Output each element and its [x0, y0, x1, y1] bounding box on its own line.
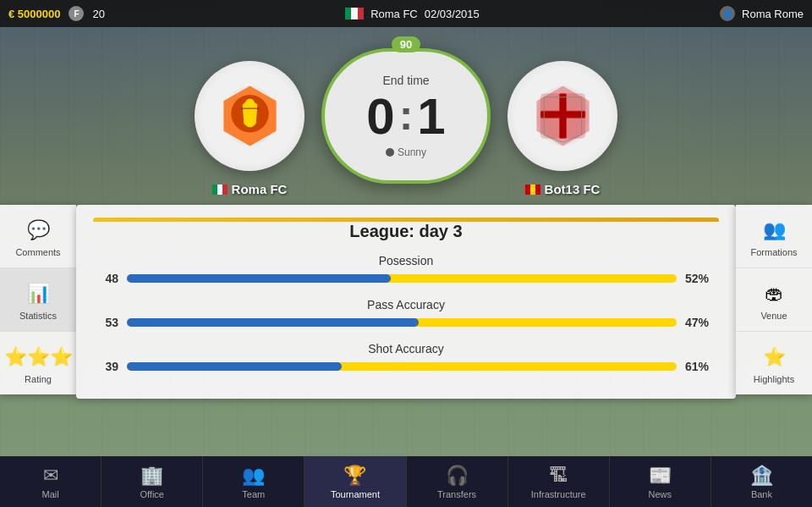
bottom-nav: ✉ Mail 🏢 Office 👥 Team 🏆 Tournament 🎧 Tr… [0, 456, 812, 507]
home-team-name: Roma FC [232, 182, 288, 196]
formations-button[interactable]: 👥 Formations [736, 205, 812, 268]
tournament-label: Tournament [331, 489, 380, 499]
transfers-label: Transfers [437, 489, 476, 499]
formations-icon: 👥 [760, 215, 789, 245]
bank-label: Bank [751, 489, 772, 499]
top-bar-left: € 5000000 F 20 [8, 6, 105, 21]
home-team-label: Roma FC [212, 182, 288, 196]
stat-left-val-2: 39 [93, 360, 118, 373]
comments-button[interactable]: 💬 Comments [0, 205, 76, 268]
news-icon: 📰 [649, 465, 672, 487]
infrastructure-label: Infrastructure [531, 489, 586, 499]
venue-button[interactable]: 🏟 Venue [736, 268, 812, 332]
stat-rows: Posession 48 52% Pass Accuracy 53 47% Sh… [93, 254, 719, 373]
stat-bar-row-0: 48 52% [93, 272, 719, 285]
fame-icon: F [69, 6, 84, 21]
away-team-wrapper: Bot13 FC [508, 61, 617, 171]
nav-tournament[interactable]: 🏆 Tournament [304, 456, 406, 507]
nav-office[interactable]: 🏢 Office [102, 456, 203, 507]
stats-title: League: day 3 [93, 222, 719, 241]
bank-icon: 🏦 [750, 465, 773, 487]
highlights-button[interactable]: ⭐ Highlights [736, 332, 812, 394]
top-bar-right: 👤 Roma Rome [720, 6, 804, 21]
highlights-icon: ⭐ [760, 342, 789, 372]
nav-news[interactable]: 📰 News [610, 456, 711, 507]
formations-label: Formations [750, 247, 797, 257]
rating-button[interactable]: ⭐⭐⭐ Rating [0, 332, 76, 394]
venue-label: Venue [760, 311, 787, 321]
statistics-button[interactable]: 📊 Statistics [0, 268, 76, 332]
stat-bar-2 [127, 362, 677, 371]
nav-infrastructure[interactable]: 🏗 Infrastructure [508, 456, 610, 507]
stat-bar-fill-1 [127, 318, 419, 327]
home-score: 0 [366, 91, 394, 142]
score-colon: : [399, 94, 414, 136]
stat-right-val-0: 52% [685, 272, 719, 285]
stat-left-val-1: 53 [93, 316, 118, 329]
statistics-icon: 📊 [24, 278, 53, 308]
stat-left-val-0: 48 [93, 272, 118, 285]
end-time-label: End time [382, 74, 429, 87]
weather-label: Sunny [398, 146, 426, 158]
tournament-icon: 🏆 [343, 465, 366, 487]
mail-icon: ✉ [43, 465, 58, 487]
team-label: Team [242, 489, 265, 499]
stat-row-2: Shot Accuracy 39 61% [93, 342, 719, 373]
stat-bar-row-1: 53 47% [93, 316, 719, 329]
right-sidebar: 👥 Formations 🏟 Venue ⭐ Highlights [736, 205, 812, 394]
left-sidebar: 💬 Comments 📊 Statistics ⭐⭐⭐ Rating [0, 205, 76, 394]
fame-value: 20 [92, 8, 104, 20]
stat-label-0: Posession [93, 254, 719, 267]
roma-badge [218, 82, 282, 150]
scoreboard: 90 End time 0 : 1 Sunny [321, 48, 491, 184]
team-icon: 👥 [242, 465, 265, 487]
away-team-circle [508, 61, 617, 171]
mail-label: Mail [41, 489, 58, 499]
home-team-wrapper: Roma FC [195, 61, 304, 171]
stat-label-1: Pass Accuracy [93, 298, 719, 311]
stat-row-0: Posession 48 52% [93, 254, 719, 285]
away-flag [525, 185, 540, 195]
user-icon: 👤 [720, 6, 735, 21]
money-display: € 5000000 [8, 8, 60, 20]
nav-transfers[interactable]: 🎧 Transfers [407, 456, 508, 507]
nav-bank[interactable]: 🏦 Bank [711, 456, 812, 507]
comments-icon: 💬 [24, 215, 53, 245]
score-display: 0 : 1 [366, 91, 445, 142]
news-label: News [649, 489, 672, 499]
stat-label-2: Shot Accuracy [93, 342, 719, 355]
infrastructure-icon: 🏗 [549, 465, 568, 487]
user-name: Roma Rome [742, 8, 804, 20]
venue-icon: 🏟 [760, 278, 789, 308]
transfers-icon: 🎧 [446, 465, 469, 487]
stat-bar-1 [127, 318, 677, 327]
svg-point-2 [245, 99, 255, 108]
rating-icon: ⭐⭐⭐ [24, 342, 53, 372]
date-display: 02/03/2015 [425, 8, 480, 20]
office-label: Office [140, 489, 164, 499]
statistics-label: Statistics [19, 311, 57, 321]
home-team-circle [195, 61, 304, 171]
nav-team[interactable]: 👥 Team [203, 456, 304, 507]
away-team-label: Bot13 FC [525, 182, 601, 196]
nav-mail[interactable]: ✉ Mail [0, 456, 102, 507]
stat-bar-fill-2 [127, 362, 342, 371]
office-icon: 🏢 [140, 465, 163, 487]
top-bar: € 5000000 F 20 Roma FC 02/03/2015 👤 Roma… [0, 0, 812, 27]
score-timer: 90 [392, 36, 420, 52]
stat-bar-0 [127, 274, 677, 283]
comments-label: Comments [15, 247, 60, 257]
stat-right-val-2: 61% [685, 360, 719, 373]
stats-panel: League: day 3 Posession 48 52% Pass Accu… [76, 205, 736, 399]
top-bar-center: Roma FC 02/03/2015 [345, 8, 480, 20]
team-name-header: Roma FC [370, 8, 418, 20]
team-flag [345, 8, 364, 19]
away-score: 1 [417, 91, 445, 142]
match-area: Roma FC 90 End time 0 : 1 Sunny [0, 27, 812, 205]
weather-icon [386, 148, 394, 157]
stat-bar-row-2: 39 61% [93, 360, 719, 373]
stat-right-val-1: 47% [685, 316, 719, 329]
home-flag [212, 185, 228, 195]
bot13-badge [531, 82, 595, 150]
away-team-name: Bot13 FC [545, 182, 601, 196]
